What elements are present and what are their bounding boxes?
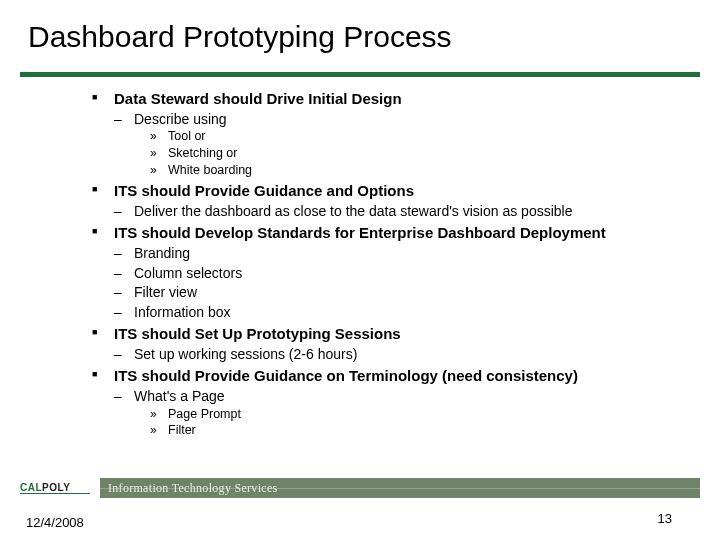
bullet-l1: Data Steward should Drive Initial Design — [92, 90, 700, 109]
slide: Dashboard Prototyping Process Data Stewa… — [0, 0, 720, 540]
bullet-l2: What's a Page — [114, 388, 700, 406]
bullet-l3: Tool or — [150, 129, 700, 145]
footer-date: 12/4/2008 — [26, 515, 84, 530]
bullet-l2: Describe using — [114, 111, 700, 129]
bullet-l2: Information box — [114, 304, 700, 322]
content-area: Data Steward should Drive Initial Design… — [92, 86, 700, 439]
bullet-l1: ITS should Provide Guidance and Options — [92, 182, 700, 201]
bullet-l2: Branding — [114, 245, 700, 263]
bullet-l3: Page Prompt — [150, 407, 700, 423]
bullet-l3: Sketching or — [150, 146, 700, 162]
bullet-l3: White boarding — [150, 163, 700, 179]
title-rule — [20, 72, 700, 77]
bullet-l2: Column selectors — [114, 265, 700, 283]
logo-cal: CAL — [20, 482, 42, 493]
bullet-l2: Filter view — [114, 284, 700, 302]
bullet-l1: ITS should Develop Standards for Enterpr… — [92, 224, 700, 243]
bullet-l1: ITS should Provide Guidance on Terminolo… — [92, 367, 700, 386]
slide-title: Dashboard Prototyping Process — [28, 20, 452, 54]
bullet-l2: Set up working sessions (2-6 hours) — [114, 346, 700, 364]
bullet-l2: Deliver the dashboard as close to the da… — [114, 203, 700, 221]
bullet-l3: Filter — [150, 423, 700, 439]
logo-poly: POLY — [42, 482, 70, 493]
its-bar: Information Technology Services — [100, 478, 700, 498]
footer: CALPOLY Information Technology Services — [20, 474, 700, 502]
bullet-l1: ITS should Set Up Prototyping Sessions — [92, 325, 700, 344]
calpoly-logo: CALPOLY — [20, 482, 90, 494]
its-label: Information Technology Services — [108, 481, 278, 496]
page-number: 13 — [658, 511, 672, 526]
